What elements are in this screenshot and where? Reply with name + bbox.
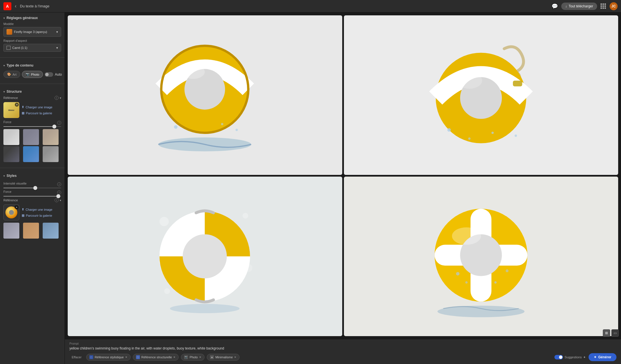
tag-photo-icon: 📷: [184, 355, 188, 359]
structure-force-fill: [3, 126, 54, 127]
structure-ref-chevron[interactable]: ▾: [60, 96, 61, 100]
buoy-container-1: [68, 15, 342, 175]
download-all-button[interactable]: ↓ Tout télécharger: [561, 3, 597, 10]
structure-ref-upload-area: Water ✕ ⬆ Charger une image ▦ Parcourir …: [3, 102, 61, 118]
back-button[interactable]: ‹: [14, 2, 18, 10]
styles-body: Intensité visuelle i Force i: [0, 182, 65, 242]
structure-browse-button[interactable]: ▦ Parcourir la galerie: [22, 111, 52, 115]
buoy-container-2: [344, 15, 618, 175]
buoy-svg-2: [371, 31, 591, 159]
tag-photo[interactable]: 📷 Photo ✕: [181, 354, 205, 361]
art-toggle-button[interactable]: 🎨 Art: [3, 71, 20, 78]
upload-icon: ⬆: [22, 105, 24, 109]
styles-force-slider[interactable]: Force i: [3, 190, 61, 197]
svg-point-11: [447, 128, 451, 132]
styles-ref-chevron[interactable]: ▾: [60, 199, 61, 202]
buoy-svg-4: [371, 193, 591, 320]
styles-browse-button[interactable]: ▦ Parcourir la galerie: [22, 213, 52, 218]
single-view-icon: ▭: [614, 331, 617, 335]
svg-point-7: [221, 123, 223, 125]
styles-thumb-3[interactable]: [43, 223, 59, 239]
visual-intensity-track[interactable]: [3, 188, 61, 188]
svg-point-12: [515, 135, 517, 137]
styles-thumb-2[interactable]: [23, 223, 39, 239]
structure-upload-button[interactable]: ⬆ Charger une image: [22, 105, 52, 109]
tag-structural-reference[interactable]: ⬡ Référence structurelle ✕: [133, 354, 179, 361]
adobe-logo: A: [3, 2, 11, 10]
aspect-ratio-dropdown[interactable]: Carré (1:1) ▾: [3, 44, 61, 52]
structure-thumb-3[interactable]: [43, 129, 59, 145]
buoy-container-3: [68, 177, 342, 336]
suggestions-row: Suggestions ✦: [554, 355, 586, 359]
tag-stylistic-close[interactable]: ✕: [125, 356, 127, 359]
structure-force-slider[interactable]: Force i: [3, 120, 61, 127]
grid-view-icon: ⊞: [605, 331, 608, 335]
svg-point-16: [160, 217, 169, 226]
structure-thumb-4[interactable]: [3, 146, 19, 162]
styles-thumb-1[interactable]: [3, 223, 19, 239]
buoy-svg-1: [95, 31, 315, 159]
generate-icon: ✦: [594, 355, 597, 359]
styles-force-fill: [3, 196, 58, 197]
styles-force-thumb[interactable]: [56, 194, 60, 198]
grid-view-button[interactable]: ⊞: [603, 329, 610, 337]
styles-ref-actions: ⬆ Charger une image ▦ Parcourir la galer…: [22, 204, 52, 220]
general-settings-body: Modèle Firefly Image 3 (aperçu) ▾ Rappor…: [0, 22, 65, 55]
content-type-body: 🎨 Art 📷 Photo Auto: [0, 71, 65, 81]
structure-force-track[interactable]: [3, 126, 61, 127]
svg-point-26: [170, 304, 240, 313]
suggestions-switch[interactable]: [554, 355, 563, 359]
structure-thumb-1[interactable]: [3, 129, 19, 145]
prompt-tags-row: Effacer ⬡ Référence stylistique ✕ ⬡ Réfé…: [69, 353, 616, 361]
art-icon: 🎨: [7, 73, 11, 76]
photo-toggle-button[interactable]: 📷 Photo: [22, 71, 43, 78]
image-cell-1[interactable]: [68, 15, 342, 175]
tag-minimalism-label: Minimalisme: [215, 355, 233, 359]
visual-intensity-fill: [3, 188, 35, 188]
single-view-button[interactable]: ▭: [611, 329, 619, 337]
generate-button[interactable]: ✦ Générer: [589, 353, 616, 361]
styles-section[interactable]: ▾ Styles: [0, 170, 65, 180]
svg-point-34: [494, 281, 497, 284]
structure-thumbnails-grid: [3, 129, 61, 162]
tag-structural-label: Référence structurelle: [141, 355, 172, 359]
styles-thumbnails-grid: [3, 223, 61, 239]
tag-minimalism-close[interactable]: ✕: [234, 356, 236, 359]
tag-stylistic-reference[interactable]: ⬡ Référence stylistique ✕: [86, 354, 131, 361]
styles-ref-upload-area: ✕ ⬆ Charger une image ▦ Parcourir la gal…: [3, 204, 61, 220]
structure-force-info-icon[interactable]: i: [57, 121, 61, 125]
apps-grid-icon[interactable]: [601, 3, 606, 9]
visual-intensity-thumb[interactable]: [33, 186, 37, 190]
visual-intensity-slider[interactable]: Intensité visuelle i: [3, 182, 61, 188]
styles-info-icon[interactable]: i: [55, 198, 59, 202]
styles-upload-button[interactable]: ⬆ Charger une image: [22, 207, 52, 212]
user-avatar[interactable]: JC: [610, 2, 618, 10]
styles-browse-icon: ▦: [22, 214, 24, 217]
structure-thumb-2[interactable]: [23, 129, 39, 145]
general-settings-section[interactable]: ▾ Réglages généraux: [0, 13, 65, 22]
tag-structural-close[interactable]: ✕: [173, 356, 176, 359]
structure-thumb-5[interactable]: [23, 146, 39, 162]
model-dropdown[interactable]: Firefly Image 3 (aperçu) ▾: [3, 27, 61, 37]
prompt-text[interactable]: yellow children's swimming buoy floating…: [69, 346, 616, 350]
image-cell-2[interactable]: [344, 15, 618, 175]
styles-ref-close-button[interactable]: ✕: [15, 205, 18, 209]
image-cell-3[interactable]: [68, 177, 342, 336]
svg-point-13: [468, 137, 471, 140]
visual-intensity-info-icon[interactable]: i: [57, 182, 61, 186]
styles-force-track[interactable]: [3, 196, 61, 197]
tag-photo-close[interactable]: ✕: [199, 356, 201, 359]
structure-section[interactable]: ▾ Structure: [0, 86, 65, 96]
image-cell-4[interactable]: [344, 177, 618, 336]
structure-thumb-6[interactable]: [43, 146, 59, 162]
erase-button[interactable]: Effacer: [69, 354, 84, 360]
structure-ref-close-button[interactable]: ✕: [15, 103, 19, 107]
sidebar: ▾ Réglages généraux Modèle Firefly Image…: [0, 13, 65, 364]
tag-minimalism[interactable]: ◈ Minimalisme ✕: [207, 354, 240, 361]
structure-info-icon[interactable]: i: [55, 96, 59, 100]
structure-force-thumb[interactable]: [52, 125, 56, 129]
auto-switch[interactable]: [45, 72, 53, 77]
chat-icon[interactable]: 💬: [552, 3, 558, 9]
content-type-section[interactable]: ▾ Type de contenu: [0, 60, 65, 70]
styles-force-info-icon[interactable]: i: [57, 191, 61, 195]
